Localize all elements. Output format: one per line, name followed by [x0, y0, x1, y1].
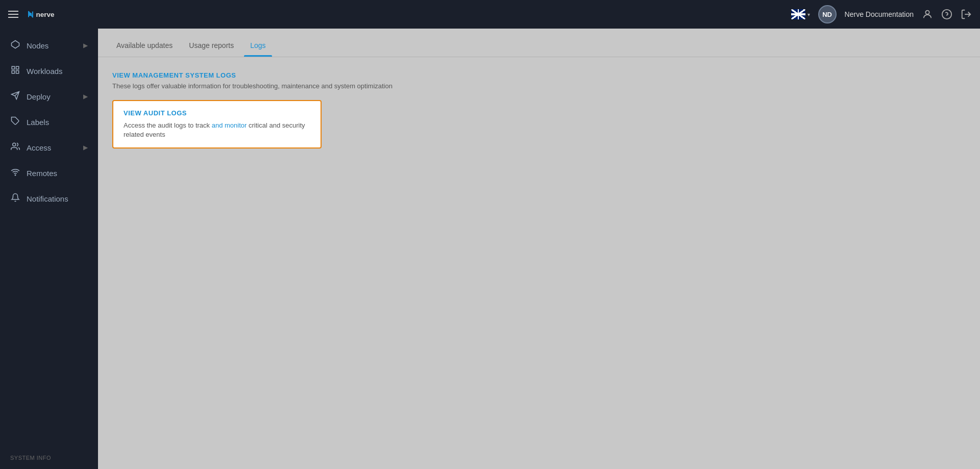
svg-rect-6: [12, 66, 14, 69]
help-button[interactable]: [941, 9, 952, 20]
notifications-icon: [10, 193, 20, 204]
audit-desc-plain: Access the audit logs to track: [124, 121, 212, 129]
svg-point-2: [925, 11, 929, 14]
header-right: ▾ ND Nerve Documentation: [791, 5, 972, 23]
user-profile-button[interactable]: [922, 9, 933, 20]
nodes-icon: [10, 40, 20, 51]
tab-logs[interactable]: Logs: [244, 41, 272, 57]
system-info-button[interactable]: SYSTEM INFO: [0, 447, 98, 469]
audit-logs-description: Access the audit logs to track and monit…: [124, 121, 310, 139]
svg-rect-8: [16, 71, 19, 73]
svg-point-12: [15, 175, 16, 176]
access-expand-icon: ▶: [83, 144, 88, 151]
access-label: Access: [27, 143, 77, 152]
nodes-expand-icon: ▶: [83, 42, 88, 49]
logout-button[interactable]: [961, 9, 972, 20]
tab-usage-reports[interactable]: Usage reports: [183, 41, 240, 57]
tabs-bar: Available updates Usage reports Logs: [98, 29, 980, 57]
user-avatar[interactable]: ND: [818, 5, 837, 23]
sidebar-item-labels[interactable]: Labels: [0, 109, 98, 135]
notifications-label: Notifications: [27, 194, 88, 203]
hamburger-button[interactable]: [8, 11, 18, 18]
audit-desc-highlight: and monitor: [212, 121, 247, 129]
deploy-icon: [10, 91, 20, 102]
sidebar-item-nodes[interactable]: Nodes ▶: [0, 33, 98, 58]
svg-marker-5: [12, 41, 19, 48]
deploy-label: Deploy: [27, 92, 77, 101]
content-area: VIEW MANAGEMENT SYSTEM LOGS These logs o…: [98, 57, 980, 469]
language-chevron-icon: ▾: [807, 12, 810, 17]
main-content: Available updates Usage reports Logs VIE…: [98, 29, 980, 469]
header: nerve ▾ ND Nerve Documentation: [0, 0, 980, 29]
app-layout: Nodes ▶ Workloads Deploy ▶: [0, 29, 980, 469]
deploy-expand-icon: ▶: [83, 93, 88, 100]
svg-text:nerve: nerve: [36, 11, 55, 18]
sidebar-item-notifications[interactable]: Notifications: [0, 186, 98, 211]
nerve-doc-link[interactable]: Nerve Documentation: [845, 10, 914, 18]
access-icon: [10, 142, 20, 153]
view-management-logs-link[interactable]: VIEW MANAGEMENT SYSTEM LOGS: [112, 71, 966, 79]
workloads-icon: [10, 65, 20, 77]
uk-flag-icon: [791, 9, 805, 19]
tab-available-updates[interactable]: Available updates: [110, 41, 179, 57]
sidebar: Nodes ▶ Workloads Deploy ▶: [0, 29, 98, 469]
sidebar-item-remotes[interactable]: Remotes: [0, 160, 98, 186]
labels-icon: [10, 116, 20, 128]
management-logs-description: These logs offer valuable information fo…: [112, 82, 966, 90]
language-selector[interactable]: ▾: [791, 9, 810, 19]
sidebar-item-workloads[interactable]: Workloads: [0, 58, 98, 84]
remotes-label: Remotes: [27, 169, 88, 178]
svg-point-3: [942, 10, 951, 19]
header-left: nerve: [8, 7, 65, 21]
audit-logs-title: VIEW AUDIT LOGS: [124, 109, 310, 117]
svg-rect-9: [12, 71, 14, 73]
workloads-label: Workloads: [27, 67, 88, 76]
nodes-label: Nodes: [27, 41, 77, 50]
svg-point-11: [13, 143, 16, 146]
labels-label: Labels: [27, 118, 88, 127]
sidebar-item-deploy[interactable]: Deploy ▶: [0, 84, 98, 109]
remotes-icon: [10, 167, 20, 179]
sidebar-item-access[interactable]: Access ▶: [0, 135, 98, 160]
audit-logs-card[interactable]: VIEW AUDIT LOGS Access the audit logs to…: [112, 100, 322, 149]
app-logo: nerve: [24, 7, 65, 21]
svg-rect-7: [16, 66, 19, 69]
